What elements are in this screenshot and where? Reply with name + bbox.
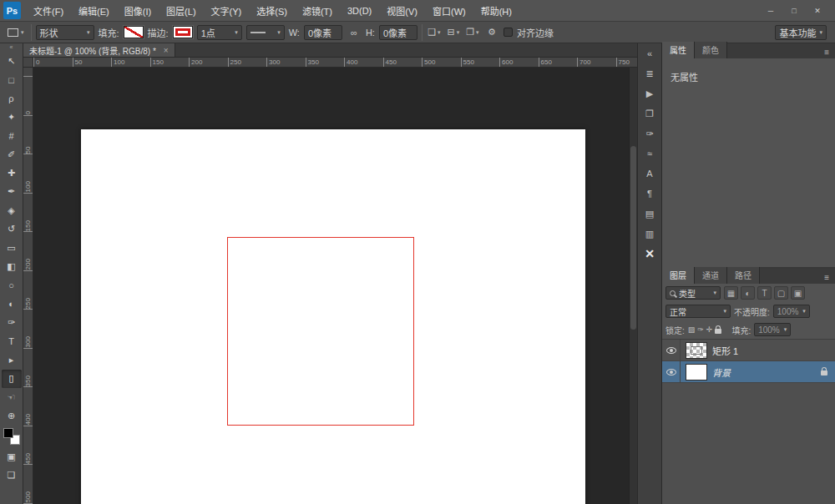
character-panel-icon[interactable]: A: [640, 166, 659, 181]
screen-mode-button[interactable]: ❏: [2, 466, 22, 484]
tab-channels[interactable]: 通道: [695, 267, 727, 284]
rectangle-shape[interactable]: [227, 237, 414, 426]
brush-tool[interactable]: ✒: [2, 183, 22, 201]
scrollbar-thumb[interactable]: [630, 146, 636, 330]
document-tab[interactable]: 未标题-1 @ 100% (背景, RGB/8) * ×: [23, 43, 175, 57]
foreground-color-swatch[interactable]: [3, 428, 13, 438]
tab-color[interactable]: 颜色: [695, 42, 727, 58]
menu-item[interactable]: 图层(L): [159, 0, 203, 21]
clone-source-panel-icon[interactable]: ❐: [640, 106, 659, 121]
lock-image-icon[interactable]: ✑: [697, 325, 704, 334]
eraser-tool[interactable]: ▭: [2, 239, 22, 257]
styles-panel-icon[interactable]: ≈: [640, 146, 659, 161]
type-tool[interactable]: T: [2, 332, 22, 350]
blend-mode-select[interactable]: 正常 ▾: [665, 305, 731, 318]
hand-tool[interactable]: ☜: [2, 388, 22, 406]
layer-name[interactable]: 背景: [712, 365, 731, 379]
workspace-switcher[interactable]: 基本功能 ▾: [775, 25, 827, 40]
blur-tool[interactable]: ○: [2, 276, 22, 295]
history-brush-tool[interactable]: ↺: [2, 220, 22, 239]
lock-transparent-icon[interactable]: ▨: [688, 325, 696, 334]
path-selection-tool[interactable]: ▸: [2, 350, 22, 369]
rectangle-tool[interactable]: ▯: [2, 370, 22, 388]
visibility-toggle[interactable]: [662, 361, 681, 382]
filter-pixel-layers-icon[interactable]: ▦: [724, 286, 738, 300]
fill-color-swatch[interactable]: [124, 26, 144, 38]
fill-opacity-select[interactable]: 100% ▾: [754, 323, 791, 336]
info-panel-icon[interactable]: ▤: [640, 206, 659, 221]
lock-all-icon[interactable]: [715, 329, 721, 334]
panel-menu-icon[interactable]: ≡: [818, 46, 835, 58]
pen-tool[interactable]: ✑: [2, 313, 22, 331]
quick-selection-tool[interactable]: ✦: [2, 108, 22, 126]
healing-brush-tool[interactable]: ✚: [2, 164, 22, 182]
layer-row-rectangle[interactable]: 矩形 1: [662, 340, 835, 361]
panel-menu-icon[interactable]: ≡: [818, 271, 835, 284]
toolbar-collapse-icon[interactable]: «: [10, 43, 13, 52]
align-edges-checkbox[interactable]: [504, 28, 513, 37]
marquee-tool[interactable]: □: [2, 70, 22, 88]
stroke-type-select[interactable]: ▾: [246, 25, 285, 40]
actions-panel-icon[interactable]: ▶: [640, 86, 659, 101]
layer-row-background[interactable]: 背景: [662, 361, 835, 383]
paragraph-panel-icon[interactable]: ¶: [640, 186, 659, 201]
filter-adjustment-layers-icon[interactable]: ◐: [741, 286, 755, 300]
tool-mode-select[interactable]: 形状 ▾: [36, 25, 94, 40]
menu-item[interactable]: 选择(S): [249, 0, 295, 21]
canvas-page[interactable]: [81, 129, 585, 504]
opacity-select[interactable]: 100% ▾: [773, 305, 810, 318]
tab-paths[interactable]: 路径: [727, 267, 760, 284]
width-input[interactable]: 0像素: [304, 25, 342, 40]
zoom-tool[interactable]: ⊕: [2, 406, 22, 425]
filter-shape-layers-icon[interactable]: ▢: [774, 286, 788, 300]
layer-thumbnail[interactable]: [686, 342, 707, 359]
path-operations-button[interactable]: ❑ ▾: [427, 24, 442, 41]
stroke-color-swatch[interactable]: [173, 26, 193, 38]
menu-item[interactable]: 3D(D): [340, 0, 379, 21]
menu-item[interactable]: 滤镜(T): [295, 0, 340, 21]
histogram-panel-icon[interactable]: ▥: [640, 226, 659, 241]
menu-item[interactable]: 图像(I): [117, 0, 159, 21]
maximize-button[interactable]: □: [783, 4, 805, 18]
close-panel-icon[interactable]: ✕: [640, 246, 659, 261]
move-tool[interactable]: ↖: [2, 52, 22, 70]
gradient-tool[interactable]: ◧: [2, 257, 22, 275]
layer-name[interactable]: 矩形 1: [712, 344, 738, 357]
clone-stamp-tool[interactable]: ◈: [2, 201, 22, 219]
layer-filter-select[interactable]: 类型 ▾: [665, 286, 721, 300]
vertical-scrollbar[interactable]: [629, 68, 637, 504]
path-alignment-button[interactable]: ⊟ ▾: [446, 24, 461, 41]
close-tab-icon[interactable]: ×: [164, 46, 169, 55]
geometry-options-button[interactable]: ⚙: [484, 24, 499, 41]
tool-presets-panel-icon[interactable]: ✑: [640, 126, 659, 141]
menu-item[interactable]: 文件(F): [26, 0, 71, 21]
lock-position-icon[interactable]: ✛: [706, 325, 713, 334]
lasso-tool[interactable]: ρ: [2, 89, 22, 108]
menu-item[interactable]: 视图(V): [379, 0, 425, 21]
dodge-tool[interactable]: ◐: [2, 295, 22, 313]
canvas-viewport[interactable]: [33, 68, 629, 504]
menu-item[interactable]: 帮助(H): [473, 0, 519, 21]
expand-panels-icon[interactable]: «: [640, 46, 659, 61]
history-panel-icon[interactable]: ≣: [640, 66, 659, 81]
layer-thumbnail[interactable]: [686, 364, 707, 381]
filter-smart-objects-icon[interactable]: ▣: [791, 286, 805, 300]
menu-item[interactable]: 窗口(W): [425, 0, 473, 21]
quick-mask-button[interactable]: ▣: [2, 447, 22, 466]
tab-layers[interactable]: 图层: [662, 267, 695, 284]
visibility-toggle[interactable]: [662, 340, 681, 360]
path-arrange-button[interactable]: ❐ ▾: [465, 24, 480, 41]
height-input[interactable]: 0像素: [379, 25, 418, 40]
link-dimensions-icon[interactable]: ∞: [347, 24, 362, 41]
tool-preset-picker[interactable]: ▾: [5, 27, 27, 38]
filter-type-layers-icon[interactable]: T: [757, 286, 772, 300]
close-button[interactable]: ✕: [807, 4, 828, 18]
menu-item[interactable]: 编辑(E): [71, 0, 117, 21]
eyedropper-tool[interactable]: ✐: [2, 145, 22, 164]
crop-tool[interactable]: #: [2, 127, 22, 145]
menu-item[interactable]: 文字(Y): [204, 0, 250, 21]
minimize-button[interactable]: ─: [760, 4, 782, 18]
foreground-background-swatches[interactable]: [3, 428, 20, 445]
stroke-width-select[interactable]: 1点 ▾: [197, 25, 242, 40]
tab-properties[interactable]: 属性: [662, 42, 695, 58]
